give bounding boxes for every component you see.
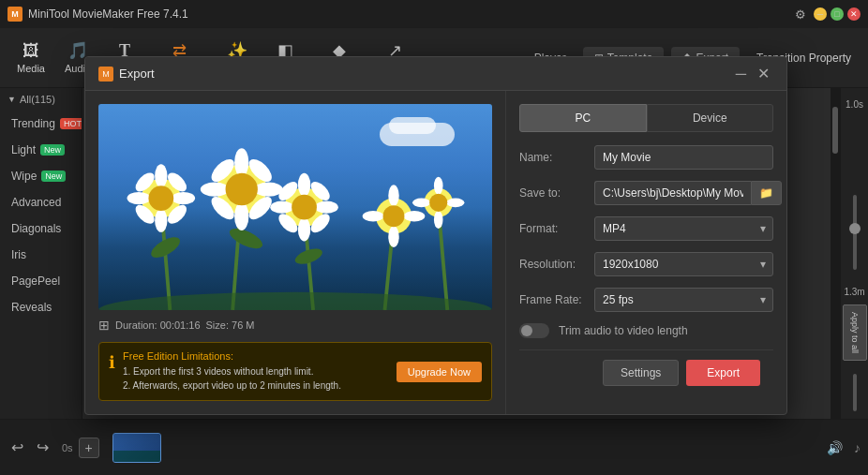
resolution-select[interactable]: 1920x1080 1280x720 3840x2160 <box>594 252 773 276</box>
format-label: Format: <box>519 222 594 235</box>
trim-audio-toggle[interactable] <box>519 323 549 338</box>
resolution-select-wrapper: 1920x1080 1280x720 3840x2160 <box>594 252 773 276</box>
free-edition-items: 1. Export the first 3 videos without len… <box>123 364 389 393</box>
resolution-row: Resolution: 1920x1080 1280x720 3840x2160 <box>519 252 773 276</box>
free-edition-item1: 1. Export the first 3 videos without len… <box>123 364 389 379</box>
modal-right: PC Device Name: Save to: 📁 <box>505 91 786 414</box>
modal-title-text: Export <box>119 67 155 81</box>
modal-app-icon: M <box>98 67 113 82</box>
format-select-wrapper: MP4 MOV AVI MKV <box>594 216 773 241</box>
framerate-select[interactable]: 25 fps 30 fps 60 fps <box>594 288 773 312</box>
modal-close-button[interactable]: ✕ <box>754 65 773 82</box>
svg-point-50 <box>429 194 447 212</box>
modal-overlay: M Export ─ ✕ <box>0 0 868 475</box>
svg-point-48 <box>412 199 430 208</box>
modal-controls: ─ ✕ <box>732 65 773 82</box>
save-to-row: Save to: 📁 <box>519 181 773 205</box>
resolution-label: Resolution: <box>519 258 594 271</box>
free-edition-box: ℹ Free Edition Limitations: 1. Export th… <box>98 342 492 401</box>
save-to-input[interactable] <box>594 181 751 205</box>
modal-minimize-button[interactable]: ─ <box>732 65 750 82</box>
svg-point-30 <box>298 173 310 197</box>
svg-point-20 <box>234 148 248 177</box>
svg-point-38 <box>292 195 317 220</box>
export-tabs: PC Device <box>519 104 773 132</box>
name-row: Name: <box>519 145 773 170</box>
svg-point-47 <box>434 211 443 229</box>
svg-point-46 <box>434 177 443 195</box>
svg-point-40 <box>388 185 398 206</box>
tab-pc[interactable]: PC <box>519 104 647 132</box>
svg-point-13 <box>172 192 195 204</box>
svg-point-6 <box>227 225 265 253</box>
framerate-label: Frame Rate: <box>519 293 594 306</box>
modal-title: M Export <box>98 67 155 82</box>
svg-point-22 <box>201 183 230 197</box>
framerate-select-wrapper: 25 fps 30 fps 60 fps <box>594 288 773 312</box>
settings-button[interactable]: Settings <box>603 360 679 386</box>
video-preview <box>98 104 492 310</box>
svg-point-18 <box>148 186 173 211</box>
svg-point-43 <box>403 211 425 221</box>
svg-point-10 <box>155 164 167 187</box>
format-row: Format: MP4 MOV AVI MKV <box>519 216 773 241</box>
framerate-row: Frame Rate: 25 fps 30 fps 60 fps <box>519 288 773 312</box>
name-input[interactable] <box>594 145 773 170</box>
svg-point-42 <box>363 211 384 221</box>
svg-point-32 <box>270 201 293 214</box>
duration-info: Duration: 00:01:16 <box>115 319 201 331</box>
export-action-button[interactable]: Export <box>686 360 760 386</box>
svg-point-21 <box>234 202 248 231</box>
video-info: ⊞ Duration: 00:01:16 Size: 76 M <box>98 318 492 333</box>
size-info: Size: 76 M <box>206 319 255 331</box>
upgrade-button[interactable]: Upgrade Now <box>397 362 482 382</box>
video-flowers-svg <box>98 131 492 310</box>
trim-audio-row: Trim audio to video length <box>519 323 773 338</box>
svg-point-33 <box>315 201 338 214</box>
svg-point-11 <box>155 209 167 232</box>
modal-body: ⊞ Duration: 00:01:16 Size: 76 M ℹ Free E… <box>85 91 786 414</box>
svg-point-41 <box>388 226 398 247</box>
modal-header: M Export ─ ✕ <box>85 57 786 91</box>
free-edition-item2: 2. Afterwards, export video up to 2 minu… <box>123 379 389 393</box>
browse-button[interactable]: 📁 <box>751 181 782 205</box>
format-select[interactable]: MP4 MOV AVI MKV <box>594 216 773 241</box>
svg-point-23 <box>254 183 283 197</box>
video-icon: ⊞ <box>98 318 110 333</box>
save-to-label: Save to: <box>519 186 594 200</box>
svg-point-49 <box>446 199 464 208</box>
export-modal: M Export ─ ✕ <box>84 56 787 415</box>
svg-point-12 <box>127 192 151 204</box>
free-edition-title: Free Edition Limitations: <box>123 350 389 362</box>
svg-point-51 <box>98 292 492 310</box>
modal-footer: Settings Export <box>519 349 773 395</box>
warning-icon: ℹ <box>109 352 115 373</box>
modal-left: ⊞ Duration: 00:01:16 Size: 76 M ℹ Free E… <box>85 91 505 414</box>
svg-point-31 <box>298 218 310 242</box>
svg-point-44 <box>383 205 405 227</box>
save-to-input-group: 📁 <box>594 181 782 205</box>
free-edition-text: Free Edition Limitations: 1. Export the … <box>123 350 389 393</box>
name-label: Name: <box>519 151 594 164</box>
tab-device[interactable]: Device <box>647 104 774 132</box>
trim-audio-label: Trim audio to video length <box>559 324 688 337</box>
svg-point-28 <box>226 173 258 205</box>
